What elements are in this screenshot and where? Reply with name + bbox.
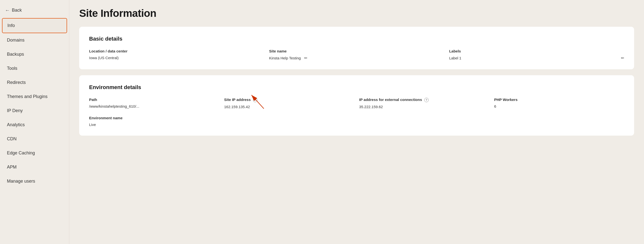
back-arrow-icon: ← bbox=[5, 8, 10, 13]
sidebar-item-analytics[interactable]: Analytics bbox=[2, 118, 67, 132]
red-arrow-annotation bbox=[244, 90, 269, 110]
labels-value-row: Label 1 ✏ bbox=[449, 56, 624, 60]
svg-line-1 bbox=[252, 95, 264, 109]
labels-edit-icon[interactable]: ✏ bbox=[621, 56, 624, 60]
external-ip-label: IP address for external connections ? bbox=[359, 98, 489, 102]
back-label: Back bbox=[12, 8, 22, 13]
env-details-grid: Path /www/kinstahelptesting_610/... Site… bbox=[89, 98, 624, 109]
php-workers-value: 6 bbox=[494, 104, 624, 108]
basic-details-grid: Location / data center Iowa (US Central)… bbox=[89, 49, 624, 60]
sidebar-item-manage-users[interactable]: Manage users bbox=[2, 174, 67, 188]
site-ip-cell: Site IP address ? 162.159.135.42 bbox=[224, 98, 354, 109]
sidebar-item-cdn[interactable]: CDN bbox=[2, 132, 67, 146]
sidebar-item-info[interactable]: Info bbox=[2, 18, 67, 33]
environment-details-card: Environment details Path /www/kinstahelp… bbox=[79, 75, 634, 136]
site-name-edit-icon[interactable]: ✏ bbox=[304, 56, 308, 60]
path-value: /www/kinstahelptesting_610/... bbox=[89, 104, 219, 108]
sidebar-item-domains[interactable]: Domains bbox=[2, 33, 67, 47]
site-ip-value: 162.159.135.42 bbox=[224, 105, 354, 109]
env-name-value: Live bbox=[89, 122, 163, 127]
site-name-cell: Site name Kinsta Help Testing ✏ bbox=[269, 49, 444, 60]
sidebar-item-backups[interactable]: Backups bbox=[2, 47, 67, 61]
location-cell: Location / data center Iowa (US Central) bbox=[89, 49, 264, 60]
labels-cell: Labels Label 1 ✏ bbox=[449, 49, 624, 60]
site-ip-label: Site IP address ? bbox=[224, 98, 354, 102]
page-title: Site Information bbox=[79, 8, 634, 19]
basic-details-title: Basic details bbox=[89, 36, 624, 42]
site-name-label: Site name bbox=[269, 49, 444, 53]
labels-value: Label 1 bbox=[449, 56, 461, 60]
sidebar-item-ip-deny[interactable]: IP Deny bbox=[2, 104, 67, 118]
external-ip-info-icon[interactable]: ? bbox=[424, 98, 429, 102]
path-cell: Path /www/kinstahelptesting_610/... bbox=[89, 98, 219, 109]
external-ip-cell: IP address for external connections ? 35… bbox=[359, 98, 489, 109]
location-value: Iowa (US Central) bbox=[89, 56, 264, 60]
env-name-label: Environment name bbox=[89, 116, 163, 120]
sidebar-item-redirects[interactable]: Redirects bbox=[2, 76, 67, 90]
sidebar-item-themes-plugins[interactable]: Themes and Plugins bbox=[2, 90, 67, 104]
site-name-value: Kinsta Help Testing ✏ bbox=[269, 56, 444, 60]
sidebar: ← Back InfoDomainsBackupsToolsRedirectsT… bbox=[0, 0, 69, 244]
sidebar-item-apm[interactable]: APM bbox=[2, 160, 67, 174]
main-content: Site Information Basic details Location … bbox=[69, 0, 644, 244]
basic-details-card: Basic details Location / data center Iow… bbox=[79, 27, 634, 69]
php-workers-cell: PHP Workers 6 bbox=[494, 98, 624, 109]
sidebar-item-tools[interactable]: Tools bbox=[2, 61, 67, 76]
sidebar-item-edge-caching[interactable]: Edge Caching bbox=[2, 146, 67, 160]
location-label: Location / data center bbox=[89, 49, 264, 53]
environment-details-title: Environment details bbox=[89, 84, 624, 90]
env-name-row: Environment name Live bbox=[89, 116, 163, 127]
sidebar-nav: InfoDomainsBackupsToolsRedirectsThemes a… bbox=[0, 18, 69, 188]
back-button[interactable]: ← Back bbox=[0, 5, 69, 18]
external-ip-value: 35.222.159.62 bbox=[359, 105, 489, 109]
labels-label: Labels bbox=[449, 49, 624, 53]
path-label: Path bbox=[89, 98, 219, 102]
php-workers-label: PHP Workers bbox=[494, 98, 624, 102]
